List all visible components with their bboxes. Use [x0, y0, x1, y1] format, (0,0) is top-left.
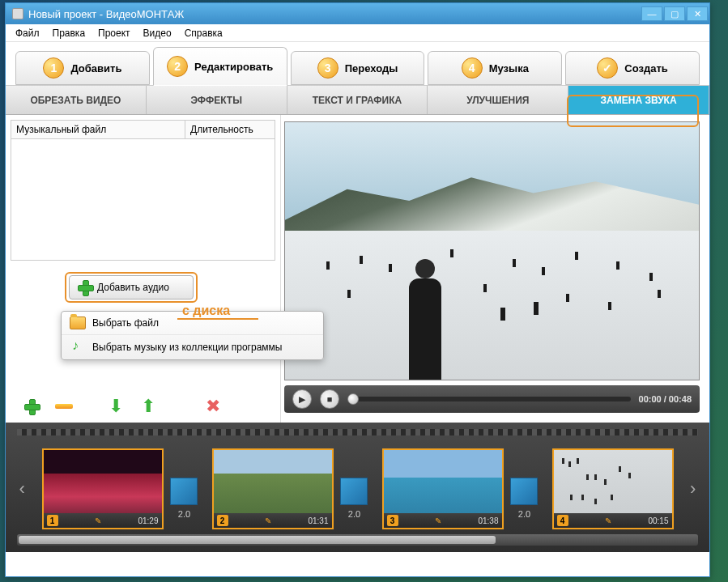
timeline: ‹ 1✎01:29 2.0 2✎01:31 2.0 3✎01:38 2.0	[6, 423, 709, 552]
transition-slot[interactable]: 2.0	[510, 478, 538, 505]
clip-duration: 00:15	[648, 516, 668, 525]
music-icon	[70, 340, 86, 355]
move-up-icon[interactable]: ⬆	[137, 395, 160, 418]
step-add[interactable]: 1Добавить	[15, 51, 150, 85]
subtab-audio-replace[interactable]: ЗАМЕНА ЗВУКА	[568, 86, 709, 114]
move-down-icon[interactable]: ⬇	[104, 395, 127, 418]
remove-icon[interactable]	[53, 395, 75, 418]
minimize-button[interactable]: —	[641, 6, 662, 21]
audio-toolbar: ⬇ ⬆ ✖	[20, 395, 224, 418]
dropdown-select-library[interactable]: Выбрать музыку из коллекции программы	[62, 335, 323, 359]
add-audio-label: Добавить аудио	[97, 282, 169, 293]
preview-panel: ▶ ■ 00:00 / 00:48	[281, 115, 709, 423]
timeline-clip[interactable]: 4✎00:15	[552, 448, 674, 529]
stop-button[interactable]: ■	[320, 389, 339, 409]
app-icon	[12, 8, 23, 19]
menu-help[interactable]: Справка	[178, 26, 229, 40]
step-music[interactable]: 4Музыка	[428, 51, 562, 85]
step-create[interactable]: ✓Создать	[565, 51, 700, 85]
menu-edit[interactable]: Правка	[46, 26, 92, 40]
subtab-enhance[interactable]: УЛУЧШЕНИЯ	[428, 86, 568, 114]
timeline-next-button[interactable]: ›	[688, 448, 699, 529]
subtab-effects[interactable]: ЭФФЕКТЫ	[147, 86, 287, 114]
folder-icon	[70, 316, 86, 329]
clip-duration: 01:29	[138, 516, 158, 525]
window-title: Новый проект - ВидеоМОНТАЖ	[28, 8, 184, 20]
annotation-text: с диска	[182, 304, 230, 318]
pencil-icon[interactable]: ✎	[605, 516, 611, 525]
film-perforation	[17, 429, 698, 435]
clip-duration: 01:38	[478, 516, 498, 525]
filelist-header: Музыкальный файл Длительность	[11, 120, 275, 139]
pencil-icon[interactable]: ✎	[435, 516, 441, 525]
timeline-clip[interactable]: 3✎01:38	[382, 448, 504, 529]
filelist-body[interactable]	[11, 139, 275, 261]
dropdown-item-label: Выбрать файл	[92, 317, 159, 329]
menu-video[interactable]: Видео	[137, 26, 178, 40]
clip-duration: 01:31	[308, 516, 328, 525]
annotation-line	[177, 318, 258, 320]
seek-thumb[interactable]	[347, 393, 359, 405]
player-controls: ▶ ■ 00:00 / 00:48	[284, 385, 700, 413]
timeline-clip[interactable]: 1✎01:29	[42, 448, 164, 529]
pencil-icon[interactable]: ✎	[95, 516, 101, 525]
transition-slot[interactable]: 2.0	[170, 478, 198, 505]
col-duration[interactable]: Длительность	[185, 121, 275, 138]
add-icon[interactable]	[20, 395, 43, 418]
timeline-prev-button[interactable]: ‹	[17, 448, 28, 529]
delete-icon[interactable]: ✖	[202, 395, 224, 418]
menubar: Файл Правка Проект Видео Справка	[6, 24, 709, 42]
titlebar: Новый проект - ВидеоМОНТАЖ — ▢ ✕	[6, 3, 709, 24]
maximize-button[interactable]: ▢	[664, 6, 685, 21]
add-audio-button[interactable]: Добавить аудио	[69, 275, 194, 299]
step-edit[interactable]: 2Редактировать	[153, 47, 287, 86]
plus-icon	[78, 280, 92, 295]
time-display: 00:00 / 00:48	[639, 394, 692, 404]
menu-file[interactable]: Файл	[9, 26, 46, 40]
app-window: Новый проект - ВидеоМОНТАЖ — ▢ ✕ Файл Пр…	[5, 2, 710, 577]
scrollbar-thumb[interactable]	[19, 536, 496, 544]
workarea: Музыкальный файл Длительность ⬇ ⬆ ✖	[6, 115, 709, 423]
close-button[interactable]: ✕	[687, 6, 708, 21]
subtab-trim[interactable]: ОБРЕЗАТЬ ВИДЕО	[6, 86, 147, 114]
play-button[interactable]: ▶	[292, 389, 312, 409]
audio-panel: Музыкальный файл Длительность ⬇ ⬆ ✖	[6, 115, 281, 423]
col-music-file[interactable]: Музыкальный файл	[11, 121, 185, 138]
add-audio-group: Добавить аудио	[69, 275, 194, 299]
subtab-text[interactable]: ТЕКСТ И ГРАФИКА	[287, 86, 428, 114]
video-preview[interactable]	[284, 121, 700, 380]
timeline-clip[interactable]: 2✎01:31	[212, 448, 334, 529]
pencil-icon[interactable]: ✎	[265, 516, 271, 525]
transition-slot[interactable]: 2.0	[340, 478, 368, 505]
seek-track[interactable]	[347, 397, 631, 401]
dropdown-item-label: Выбрать музыку из коллекции программы	[92, 342, 282, 353]
step-transitions[interactable]: 3Переходы	[291, 51, 425, 85]
menu-project[interactable]: Проект	[92, 26, 137, 40]
wizard-steps: 1Добавить 2Редактировать 3Переходы 4Музы…	[6, 42, 709, 86]
timeline-scrollbar[interactable]	[17, 534, 698, 546]
edit-subtabs: ОБРЕЗАТЬ ВИДЕО ЭФФЕКТЫ ТЕКСТ И ГРАФИКА У…	[6, 86, 709, 115]
